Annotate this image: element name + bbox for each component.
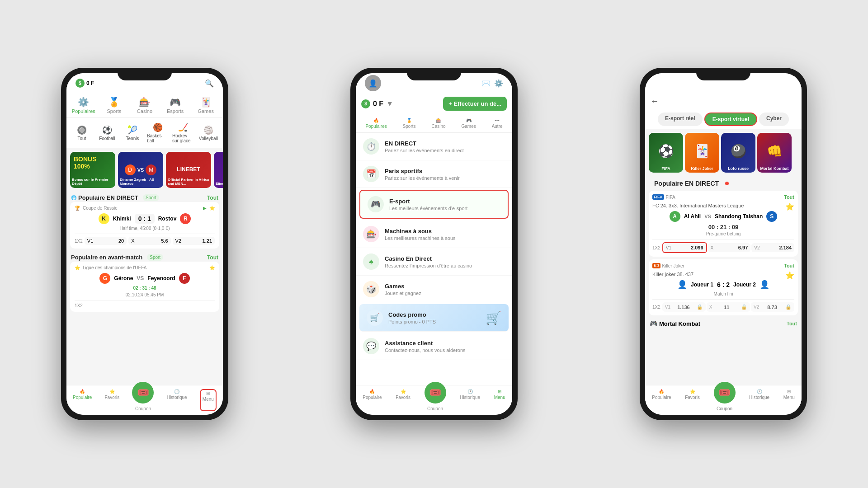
game-fifa[interactable]: ⚽ FIFA	[649, 133, 683, 173]
odd-v2-1[interactable]: V2 1.21	[173, 237, 215, 245]
cat-label-hockey: Hockey sur glace	[172, 133, 194, 143]
banner-linebet[interactable]: LINEBET Official Partner in Africa and M…	[166, 152, 211, 188]
nav3-btn-historique[interactable]: 🕐 Historique	[749, 389, 769, 411]
cat-basketball[interactable]: 🏀 Basket-ball	[146, 121, 170, 145]
p3-topbar: ←	[645, 93, 802, 110]
odd-v2-fifa[interactable]: V2 2.184	[751, 243, 794, 252]
dinamo-logo: D	[125, 164, 136, 175]
fifa-star-icon[interactable]: ⭐	[785, 202, 794, 211]
shandong-logo: S	[766, 211, 777, 222]
nav-btn-menu[interactable]: ⊞ Menu	[200, 389, 217, 411]
tab-casino-2[interactable]: 🎰 Casino	[431, 118, 445, 129]
tab-populaires[interactable]: 🔥 Populaires	[365, 118, 387, 129]
menu-item-paris[interactable]: 📅 Paris sportifs Pariez sur les événemen…	[356, 160, 512, 188]
coupon-center-btn[interactable]: 🎟️	[132, 382, 154, 404]
nav-sports[interactable]: 🏅 Sports	[100, 97, 127, 114]
odd-x-1[interactable]: X 5.6	[128, 237, 170, 245]
nav-casino[interactable]: 🎰 Casino	[131, 97, 158, 114]
menu-item-codes[interactable]: 🛒 Codes promo Points promo - 0 PTS 🛒	[359, 304, 509, 332]
search-icon-1[interactable]: 🔍	[205, 79, 214, 88]
section-1-header: 🌐 Populaire EN DIRECT Sport Tout	[66, 192, 223, 202]
notch-3	[696, 68, 750, 80]
nav-btn-historique[interactable]: 🕐 Historique	[167, 389, 187, 411]
menu-item-machines[interactable]: 🎰 Machines à sous Les meilleures machine…	[356, 221, 512, 248]
settings-icon[interactable]: ⚙️	[494, 79, 503, 88]
tab-autre[interactable]: ••• Autre	[492, 118, 503, 129]
nav-esports[interactable]: 🎮 Esports	[162, 97, 189, 114]
match-2-header: ⭐ Ligue des champions de l'UEFA ⭐	[75, 265, 215, 270]
back-button[interactable]: ←	[651, 97, 659, 106]
nav-btn-coupon-center[interactable]: 🎟️ Coupon	[132, 389, 154, 411]
fifa-timer: 00 : 21 : 09	[652, 224, 794, 230]
tab-sports-2[interactable]: 🏅 Sports	[403, 118, 416, 129]
x-label-kj: X	[709, 305, 712, 310]
star-nav-icon-3: ⭐	[690, 389, 695, 394]
section-1-tout[interactable]: Tout	[207, 195, 218, 201]
odd-v1-fifa[interactable]: V1 2.096	[662, 242, 707, 253]
nav-populaires[interactable]: ⚙️ Populaires	[70, 97, 97, 114]
nav3-btn-menu[interactable]: ⊞ Menu	[783, 389, 795, 411]
fifa-tout[interactable]: Tout	[784, 194, 794, 200]
game-loto-russe[interactable]: 🎱 Loto russe	[721, 133, 755, 173]
nav2-btn-historique[interactable]: 🕐 Historique	[460, 389, 480, 411]
message-icon[interactable]: ✉️	[481, 79, 491, 88]
paris-title: Paris sportifs	[385, 168, 505, 174]
nav-btn-populaire[interactable]: 🔥 Populaire	[73, 389, 92, 411]
cart-icon: 🛒	[486, 310, 501, 325]
banner-elimina[interactable]: Éliminat... de la Copa	[214, 152, 223, 188]
balance-icon-1: $	[75, 79, 85, 88]
nav2-btn-menu[interactable]: ⊞ Menu	[494, 389, 505, 411]
game-killer-joker[interactable]: 🃏 Killer Joker	[685, 133, 719, 173]
cat-volleyball[interactable]: 🏐 Volleyball	[197, 123, 220, 143]
tab-esport-virtuel[interactable]: E-sport virtuel	[704, 113, 757, 126]
nav2-btn-populaire[interactable]: 🔥 Populaire	[363, 389, 382, 411]
coupon-center-3[interactable]: 🎟️	[714, 382, 736, 404]
cat-football[interactable]: ⚽ Football	[95, 123, 119, 143]
cat-tout[interactable]: 🔘 Tout	[70, 123, 94, 143]
kj-star-icon[interactable]: ⭐	[785, 271, 794, 280]
tab-esport-reel[interactable]: E-sport réel	[658, 113, 703, 126]
menu-paris-text: Paris sportifs Pariez sur les événements…	[385, 168, 505, 181]
fifa-label: FIFA	[651, 166, 681, 171]
nav3-btn-coupon[interactable]: 🎟️ Coupon	[714, 389, 736, 411]
cat-hockey[interactable]: 🏒 Hockey sur glace	[171, 121, 195, 145]
star-icon-1[interactable]: ⭐	[209, 206, 215, 211]
section-2-tout[interactable]: Tout	[207, 254, 218, 261]
banner-bonus[interactable]: BONUS100% Bonus sur le Premier Dépôt	[70, 152, 115, 188]
league-1: Coupe de Russie	[83, 206, 118, 211]
odd-x-fifa[interactable]: X 6.97	[708, 243, 751, 252]
odd-v1-1[interactable]: V1 20	[85, 237, 127, 245]
tab-cyber[interactable]: Cyber	[759, 113, 789, 126]
menu-item-games[interactable]: 🎲 Games Jouez et gagnez	[356, 276, 512, 303]
nav3-btn-populaire[interactable]: 🔥 Populaire	[652, 389, 671, 411]
direct-subtitle: Pariez sur les événements en direct	[385, 148, 505, 153]
nav-games[interactable]: 🃏 Games	[192, 97, 219, 114]
star-icon-2[interactable]: ⭐	[209, 265, 215, 270]
p2-dropdown-icon[interactable]: ▼	[386, 100, 393, 108]
game-mortal-kombat[interactable]: 👊 Mortal Kombat	[757, 133, 792, 173]
tab-games-2[interactable]: 🎮 Games	[461, 118, 476, 129]
vs-fifa: VS	[704, 214, 711, 219]
coupon-center-2[interactable]: 🎟️	[425, 382, 446, 404]
nav-btn-favoris[interactable]: ⭐ Favoris	[105, 389, 120, 411]
mk-tout[interactable]: Tout	[787, 321, 797, 326]
nav3-btn-favoris[interactable]: ⭐ Favoris	[685, 389, 700, 411]
star-nav-icon-2: ⭐	[401, 389, 406, 394]
menu-item-casino[interactable]: ♠️ Casino En Direct Ressentez l'impressi…	[356, 248, 512, 276]
menu-item-assist[interactable]: 💬 Assistance client Contactez-nous, nous…	[356, 333, 512, 360]
play-icon[interactable]: ▶	[203, 206, 207, 211]
menu-item-esport[interactable]: 🎮 E-sport Les meilleurs événements d'e-s…	[359, 190, 509, 219]
fifa-badge: FIFA	[652, 194, 664, 200]
nav2-historique-label: Historique	[460, 395, 480, 400]
nav2-btn-favoris[interactable]: ⭐ Favoris	[396, 389, 410, 411]
banner-dinamo[interactable]: D VS M Dinamo Zagreb - AS Monaco	[118, 152, 163, 188]
nav2-btn-coupon[interactable]: 🎟️ Coupon	[425, 389, 446, 411]
p2-balance: 0 F	[373, 100, 383, 108]
fifa-match-section: FIFA FIFA Tout FC 24. 3x3. International…	[649, 191, 798, 257]
menu-item-direct[interactable]: ⏱️ EN DIRECT Pariez sur les événements e…	[356, 133, 512, 160]
nav-historique-label: Historique	[167, 395, 187, 400]
deposit-button[interactable]: + Effectuer un dé...	[443, 97, 507, 111]
kj-tout[interactable]: Tout	[784, 263, 794, 268]
cat-tennis[interactable]: 🎾 Tennis	[121, 123, 144, 143]
cat-label-volleyball: Volleyball	[199, 136, 218, 141]
